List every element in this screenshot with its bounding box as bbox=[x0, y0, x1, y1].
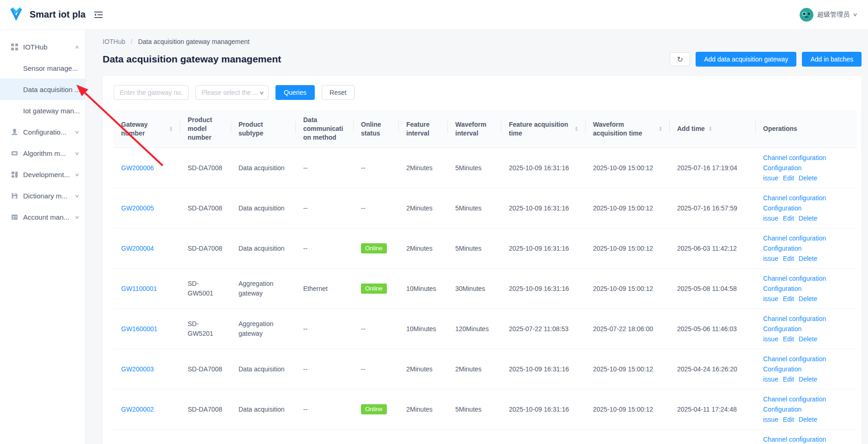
feature-interval-value: 2Minutes bbox=[406, 406, 433, 413]
table-row: GW200003 SD-DA7008 Data acquisition -- -… bbox=[114, 349, 857, 389]
edit-link[interactable]: Edit bbox=[783, 295, 794, 302]
cell-product-model: SD-GW5201 bbox=[180, 309, 231, 349]
sort-icon[interactable]: ▲▼ bbox=[169, 126, 173, 132]
sidebar-item-label: Sensor manage... bbox=[23, 64, 78, 72]
add-time-value: 2025-04-24 16:26:20 bbox=[677, 365, 737, 373]
breadcrumb-parent[interactable]: IOTHub bbox=[103, 38, 125, 45]
delete-link[interactable]: Delete bbox=[799, 376, 817, 383]
gateway-number-link[interactable]: GW200002 bbox=[121, 406, 154, 413]
channel-configuration-link[interactable]: Channel configuration bbox=[763, 154, 826, 161]
gateway-number-link[interactable]: GW200004 bbox=[121, 245, 154, 252]
sidebar-item-dictionary[interactable]: Dictionary m... ∨ bbox=[0, 185, 85, 206]
gateway-number-input[interactable] bbox=[114, 85, 189, 100]
channel-configuration-link[interactable]: Channel configuration bbox=[763, 275, 826, 282]
sidebar-item-configuration[interactable]: Configuratio... ∨ bbox=[0, 121, 85, 142]
cell-communication-method: -- bbox=[296, 389, 354, 430]
communication-method-value: -- bbox=[303, 204, 307, 212]
sidebar-item-development[interactable]: Development... ∨ bbox=[0, 164, 85, 185]
channel-configuration-link[interactable]: Channel configuration bbox=[763, 234, 826, 242]
cell-product-model: SD-DA7008 bbox=[180, 430, 231, 444]
sidebar-item-label: Development... bbox=[23, 171, 75, 179]
cell-product-model: SD-DA7008 bbox=[180, 148, 231, 188]
cell-add-time: 2025-05-08 11:04:58 bbox=[670, 269, 756, 309]
breadcrumb-separator: / bbox=[131, 38, 133, 45]
edit-link[interactable]: Edit bbox=[783, 215, 794, 222]
waveform-interval-value: 5Minutes bbox=[455, 164, 482, 172]
configuration-issue-link[interactable]: Configuration issue bbox=[763, 365, 801, 383]
waveform-acquisition-time-value: 2025-10-09 15:00:12 bbox=[593, 365, 653, 373]
add-in-batches-button[interactable]: Add in batches bbox=[802, 52, 862, 67]
channel-configuration-link[interactable]: Channel configuration bbox=[763, 194, 826, 202]
edit-link[interactable]: Edit bbox=[783, 416, 794, 423]
cell-gateway-number: GW200003 bbox=[114, 349, 180, 389]
queries-button[interactable]: Queries bbox=[275, 85, 315, 100]
channel-configuration-link[interactable]: Channel configuration bbox=[763, 355, 826, 363]
channel-configuration-link[interactable]: Channel configuration bbox=[763, 395, 826, 403]
delete-link[interactable]: Delete bbox=[799, 255, 817, 262]
delete-link[interactable]: Delete bbox=[799, 335, 817, 343]
online-status-badge: -- bbox=[361, 164, 365, 172]
channel-configuration-link[interactable]: Channel configuration bbox=[763, 315, 826, 322]
delete-link[interactable]: Delete bbox=[799, 215, 817, 222]
sort-icon[interactable]: ▲▼ bbox=[659, 126, 662, 132]
cell-online-status: Online bbox=[354, 228, 399, 269]
gateway-number-link[interactable]: GW1600001 bbox=[121, 325, 158, 333]
edit-link[interactable]: Edit bbox=[783, 376, 794, 383]
cell-gateway-number: GW1600001 bbox=[114, 309, 180, 349]
table-body: GW200006 SD-DA7008 Data acquisition -- -… bbox=[114, 148, 857, 444]
configuration-issue-link[interactable]: Configuration issue bbox=[763, 406, 801, 423]
gateway-number-link[interactable]: GW1100001 bbox=[121, 285, 157, 292]
cell-product-subtype: Data acquisition bbox=[231, 188, 296, 228]
sidebar-item-iot-gateway-management[interactable]: Iot gateway man... bbox=[0, 100, 85, 121]
communication-method-value: Ethernet bbox=[303, 285, 328, 292]
user-avatar bbox=[800, 8, 813, 22]
product-model-value: SD-DA7008 bbox=[188, 204, 222, 212]
edit-link[interactable]: Edit bbox=[783, 335, 794, 343]
refresh-button[interactable]: ↻ bbox=[670, 52, 690, 66]
edit-link[interactable]: Edit bbox=[783, 255, 794, 262]
cell-feature-interval: 2Minutes bbox=[399, 430, 448, 444]
reset-button[interactable]: Reset bbox=[322, 85, 355, 100]
communication-method-value: -- bbox=[303, 325, 307, 333]
configuration-issue-link[interactable]: Configuration issue bbox=[763, 325, 801, 343]
configuration-issue-link[interactable]: Configuration issue bbox=[763, 285, 801, 302]
table-card: Please select the ... ∨ Queries Reset Ga… bbox=[103, 76, 862, 444]
cell-feature-interval: 2Minutes bbox=[399, 228, 448, 269]
select-placeholder: Please select the ... bbox=[202, 89, 260, 96]
delete-link[interactable]: Delete bbox=[799, 416, 817, 423]
sidebar-item-algorithm[interactable]: Algorithm m... ∨ bbox=[0, 142, 85, 164]
gateway-number-link[interactable]: GW200006 bbox=[121, 164, 154, 172]
page-title: Data acquisition gateway management bbox=[103, 54, 281, 65]
save-icon bbox=[11, 192, 18, 199]
sidebar-item-account[interactable]: Account man... ∨ bbox=[0, 206, 85, 228]
gateway-number-link[interactable]: GW200005 bbox=[121, 204, 154, 212]
delete-link[interactable]: Delete bbox=[799, 295, 817, 302]
gateway-table: Gateway number▲▼ Product model number Pr… bbox=[114, 110, 857, 444]
cell-waveform-interval: 2Minutes bbox=[448, 349, 501, 389]
gateway-number-link[interactable]: GW200003 bbox=[121, 365, 154, 373]
cell-feature-acquisition-time: 2025-10-09 16:31:16 bbox=[501, 188, 586, 228]
sidebar-item-data-acquisition[interactable]: Data acquisition ... bbox=[0, 79, 85, 100]
sidebar-collapse-icon[interactable] bbox=[94, 11, 103, 19]
product-model-value: SD-DA7008 bbox=[188, 245, 222, 252]
user-menu[interactable]: 超级管理员 ∨ bbox=[800, 8, 857, 22]
configuration-issue-link[interactable]: Configuration issue bbox=[763, 245, 801, 262]
sidebar-item-sensor-management[interactable]: Sensor manage... bbox=[0, 57, 85, 79]
sidebar-item-iothub[interactable]: IOTHub ∧ bbox=[0, 36, 85, 57]
column-header: Operations bbox=[763, 125, 797, 132]
cell-operations: Channel configuration Configuration issu… bbox=[756, 389, 857, 430]
channel-configuration-link[interactable]: Channel configuration bbox=[763, 436, 826, 443]
delete-link[interactable]: Delete bbox=[799, 174, 817, 182]
sort-icon[interactable]: ▲▼ bbox=[709, 126, 712, 132]
cell-operations: Channel configuration Configuration issu… bbox=[756, 349, 857, 389]
cell-operations: Channel configuration Configuration issu… bbox=[756, 430, 857, 444]
cell-product-subtype: Data acquisition bbox=[231, 148, 296, 188]
sort-icon[interactable]: ▲▼ bbox=[575, 126, 578, 132]
edit-link[interactable]: Edit bbox=[783, 174, 794, 182]
configuration-issue-link[interactable]: Configuration issue bbox=[763, 164, 801, 182]
waveform-interval-value: 5Minutes bbox=[455, 406, 482, 413]
gateway-type-select[interactable]: Please select the ... ∨ bbox=[196, 85, 269, 100]
add-gateway-button[interactable]: Add data acquisition gateway bbox=[696, 52, 796, 67]
column-header: Waveform interval bbox=[455, 121, 486, 137]
configuration-issue-link[interactable]: Configuration issue bbox=[763, 204, 801, 222]
